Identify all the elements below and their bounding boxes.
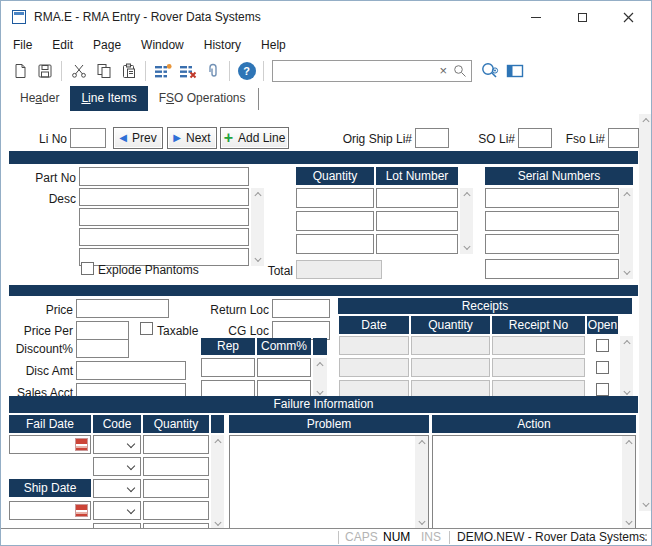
li-no-input[interactable] [70,128,106,148]
receipts-scrollbar[interactable] [620,336,633,399]
toolbar: ? × [1,56,651,86]
failure-quantity-input[interactable] [143,435,209,454]
serial-number-input[interactable] [485,211,619,231]
separator [61,61,62,81]
quantity-input[interactable] [296,234,374,254]
failure-quantity-input[interactable] [143,501,209,520]
magnifier-eye-icon [480,62,500,80]
rep-input[interactable] [201,358,255,377]
serial-number-input[interactable] [485,259,619,279]
desc-input[interactable] [79,188,249,206]
resize-grip[interactable] [645,539,647,541]
next-button[interactable]: ▶Next [167,127,217,149]
clear-search-icon[interactable]: × [439,63,447,79]
calendar-icon[interactable] [75,504,88,517]
orig-ship-li-input[interactable] [415,128,449,148]
save-button[interactable] [32,59,57,84]
serial-number-input[interactable] [485,188,619,208]
price-per-input[interactable] [76,321,129,340]
code-select[interactable] [93,501,141,520]
grid-delete-row-icon [179,63,197,79]
menu-window[interactable]: Window [131,34,194,56]
code-select[interactable] [93,457,141,476]
action-textarea[interactable] [432,435,636,530]
quantity-lot-scrollbar[interactable] [460,188,473,254]
close-icon [623,12,634,23]
price-input[interactable] [76,299,169,318]
menu-help[interactable]: Help [251,34,296,56]
serial-scrollbar[interactable] [620,188,633,279]
lot-number-input[interactable] [376,234,458,254]
rep-comm-scrollbar[interactable] [313,358,327,399]
app-icon [12,10,26,24]
lot-number-input[interactable] [376,211,458,231]
search-input[interactable] [275,62,433,80]
tab-header[interactable]: Header [9,86,70,111]
new-document-icon [12,63,28,79]
section-divider-bar [9,151,638,164]
problem-scrollbar[interactable] [415,436,428,529]
disc-amt-input[interactable] [76,361,186,380]
menu-history[interactable]: History [194,34,251,56]
quantity-input[interactable] [296,188,374,208]
minimize-button[interactable] [513,1,559,33]
cut-button[interactable] [66,59,91,84]
lot-number-input[interactable] [376,188,458,208]
receipt-quantity-cell [411,358,490,377]
search-icon[interactable] [453,64,467,78]
comm-input[interactable] [257,358,311,377]
discount-input[interactable] [76,339,129,358]
delete-line-grid-button[interactable] [175,59,200,84]
desc-input[interactable] [79,228,249,246]
failure-quantity-input[interactable] [143,457,209,476]
so-li-input[interactable] [518,128,552,148]
explode-phantoms-checkbox[interactable] [81,262,94,275]
problem-textarea[interactable] [229,435,429,530]
tab-line-items[interactable]: Line Items [70,86,147,111]
return-loc-input[interactable] [272,299,330,318]
code-select[interactable] [93,435,141,454]
status-bar: CAPS NUM INS DEMO.NEW - Rover Data Syste… [1,528,651,545]
receipt-open-checkbox[interactable] [596,383,609,396]
copy-button[interactable] [91,59,116,84]
quantity-input[interactable] [296,211,374,231]
desc-scrollbar[interactable] [251,188,264,266]
new-button[interactable] [7,59,32,84]
failure-quantity-column-header: Quantity [143,415,209,433]
receipts-receipt-no-header: Receipt No [492,316,585,334]
lookup-button[interactable] [477,59,502,84]
taxable-checkbox[interactable] [140,322,153,335]
part-no-input[interactable] [79,167,249,186]
serial-number-input[interactable] [485,234,619,254]
receipt-open-checkbox[interactable] [596,361,609,374]
tab-bar: Header Line Items FSO Operations [1,86,651,113]
menu-edit[interactable]: Edit [42,34,83,56]
failure-rows-scrollbar[interactable] [211,435,224,530]
receipt-open-checkbox[interactable] [596,339,609,352]
attachment-button[interactable] [200,59,225,84]
tab-divider [258,88,259,110]
help-button[interactable]: ? [234,59,259,84]
prev-button[interactable]: ◀Prev [113,127,163,149]
add-line-button[interactable]: +Add Line [220,127,289,149]
code-select[interactable] [93,479,141,498]
menu-file[interactable]: File [3,34,42,56]
fso-li-input[interactable] [608,128,639,148]
calendar-icon[interactable] [75,438,88,451]
action-scrollbar[interactable] [622,436,635,529]
maximize-button[interactable] [559,1,605,33]
tab-fso-operations[interactable]: FSO Operations [148,86,257,111]
desc-input[interactable] [79,208,249,226]
main-vertical-scrollbar[interactable] [639,114,652,511]
ship-date-input[interactable] [9,501,91,520]
paste-button[interactable] [116,59,141,84]
close-button[interactable] [605,1,651,33]
receipt-quantity-cell [411,336,490,355]
add-line-grid-button[interactable] [150,59,175,84]
menu-page[interactable]: Page [83,34,131,56]
separator [229,61,230,81]
fail-date-input[interactable] [9,435,91,454]
failure-quantity-input[interactable] [143,479,209,498]
orig-ship-li-label: Orig Ship Li# [334,132,412,146]
layout-button[interactable] [502,59,527,84]
